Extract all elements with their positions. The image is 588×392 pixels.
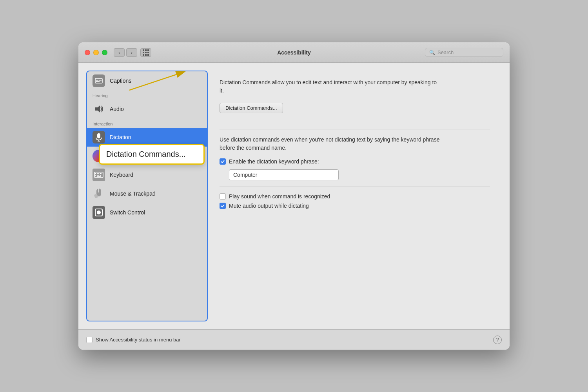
forward-button[interactable]: › [126, 48, 137, 57]
content-area: Captions Hearing Audio Interaction [78, 63, 510, 329]
search-placeholder: Search [437, 49, 454, 55]
divider-1 [220, 129, 490, 129]
sidebar-item-mouse-trackpad[interactable]: Mouse & Trackpad [87, 184, 207, 203]
captions-icon [93, 74, 105, 87]
sidebar-item-label-switch: Switch Control [110, 209, 145, 216]
enable-keyword-row: Enable the dictation keyword phrase: [220, 158, 490, 165]
svg-rect-13 [100, 173, 101, 174]
mute-audio-checkbox[interactable] [220, 203, 226, 209]
sidebar-item-label-dictation: Dictation [110, 134, 131, 140]
mute-audio-row: Mute audio output while dictating [220, 203, 490, 209]
svg-rect-1 [96, 80, 98, 81]
svg-rect-16 [97, 175, 98, 176]
svg-rect-15 [95, 175, 96, 176]
audio-icon [93, 103, 105, 115]
mute-audio-label: Mute audio output while dictating [229, 203, 309, 209]
svg-rect-19 [97, 176, 101, 177]
show-accessibility-row: Show Accessibility status in menu bar [86, 337, 181, 343]
keyword-input[interactable] [229, 169, 339, 180]
search-icon: 🔍 [429, 50, 435, 55]
play-sound-label: Play sound when command is recognized [229, 193, 330, 200]
tooltip-text: Dictation Commands... [106, 150, 185, 158]
sidebar-item-captions[interactable]: Captions [87, 71, 207, 90]
titlebar: ‹ › Accessibility 🔍 Search [78, 42, 510, 63]
sidebar-item-switch-control[interactable]: Switch Control [87, 203, 207, 222]
dictation-icon [93, 131, 105, 143]
svg-rect-10 [95, 173, 96, 174]
svg-rect-17 [98, 175, 99, 176]
grid-icon [143, 49, 149, 56]
keyboard-icon [93, 169, 105, 181]
play-sound-checkbox[interactable] [220, 193, 226, 200]
enable-keyword-checkbox[interactable] [220, 158, 226, 165]
tooltip-bubble: Dictation Commands... [99, 144, 205, 165]
back-button[interactable]: ‹ [114, 48, 125, 57]
grid-button[interactable] [140, 48, 151, 57]
sidebar-item-label-mouse: Mouse & Trackpad [110, 191, 156, 197]
sidebar-item-keyboard[interactable]: Keyboard [87, 165, 207, 184]
show-accessibility-label: Show Accessibility status in menu bar [96, 337, 181, 343]
svg-rect-18 [100, 175, 101, 176]
maximize-button[interactable] [102, 50, 107, 55]
traffic-lights [85, 50, 107, 55]
play-sound-row: Play sound when command is recognized [220, 193, 490, 200]
sidebar-item-label-audio: Audio [110, 106, 124, 112]
use-commands-text: Use dictation commands even when you're … [220, 136, 447, 152]
help-button[interactable]: ? [493, 336, 502, 344]
close-button[interactable] [85, 50, 90, 55]
sidebar-item-audio[interactable]: Audio [87, 100, 207, 118]
divider-2 [220, 187, 490, 187]
sidebar-item-label-keyboard: Keyboard [110, 172, 133, 178]
svg-rect-14 [102, 173, 102, 174]
svg-point-24 [97, 211, 101, 214]
section-label-interaction: Interaction [87, 118, 207, 128]
svg-rect-2 [96, 81, 100, 82]
svg-rect-11 [97, 173, 98, 174]
switch-icon [93, 206, 105, 219]
window-title: Accessibility [277, 49, 311, 56]
dictation-commands-button[interactable]: Dictation Commands... [220, 103, 283, 113]
accessibility-window: ‹ › Accessibility 🔍 Search [78, 42, 510, 350]
main-panel: Dictation Commands allow you to edit tex… [208, 71, 502, 321]
svg-rect-3 [99, 80, 102, 81]
minimize-button[interactable] [93, 50, 99, 55]
sidebar: Captions Hearing Audio Interaction [86, 71, 208, 321]
section-label-hearing: Hearing [87, 90, 207, 100]
sidebar-item-label-captions: Captions [110, 78, 131, 84]
nav-buttons: ‹ › [114, 48, 151, 57]
svg-rect-0 [95, 78, 102, 83]
svg-rect-5 [97, 133, 100, 138]
enable-keyword-label: Enable the dictation keyword phrase: [229, 158, 319, 165]
mouse-icon [93, 187, 105, 200]
bottom-bar: Show Accessibility status in menu bar ? [78, 329, 510, 350]
description-text: Dictation Commands allow you to edit tex… [220, 78, 439, 95]
svg-marker-4 [95, 105, 100, 113]
svg-rect-12 [98, 173, 99, 174]
show-accessibility-checkbox[interactable] [86, 337, 93, 343]
search-box[interactable]: 🔍 Search [425, 48, 503, 57]
